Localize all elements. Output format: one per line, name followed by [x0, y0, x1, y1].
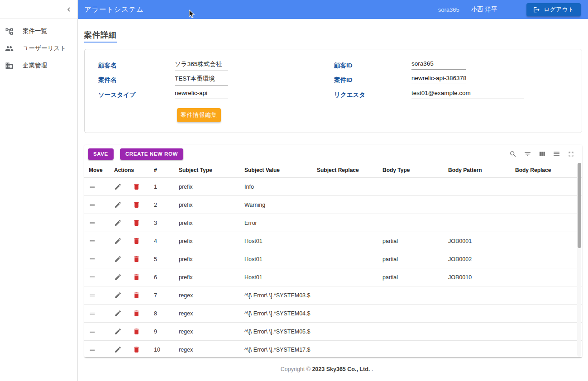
row-number: 1 — [154, 184, 179, 190]
field-label-source-type: ソースタイプ — [98, 91, 136, 99]
move-cell — [89, 238, 110, 245]
edit-icon[interactable] — [114, 291, 122, 299]
drag-handle-icon[interactable] — [89, 310, 110, 317]
density-icon[interactable] — [553, 150, 560, 158]
customer-name-field[interactable]: ソラ365株式会社 — [175, 60, 228, 71]
field-label-case-name: 案件名 — [98, 76, 117, 84]
user-name: 小西 洋平 — [471, 5, 497, 14]
drag-handle-icon[interactable] — [89, 346, 110, 353]
subject-type-cell: regex — [179, 310, 244, 317]
delete-icon[interactable] — [133, 310, 140, 317]
fullscreen-icon[interactable] — [567, 150, 575, 158]
subject-type-cell: prefix — [179, 202, 244, 208]
subject-value-cell: ^\[\ Error\ \].*SYSTEM04.$ — [244, 310, 317, 317]
delete-icon[interactable] — [133, 255, 140, 263]
table-row: 4 prefix Host01 partial JOB0001 — [84, 232, 582, 250]
drag-handle-icon[interactable] — [89, 292, 110, 299]
column-header: Body Replace — [515, 167, 573, 173]
save-button[interactable]: SAVE — [88, 148, 114, 160]
sidebar-header — [0, 0, 77, 19]
table-row: 1 prefix Info — [84, 178, 582, 196]
subject-value-cell: Host01 — [244, 256, 317, 262]
table-row: 7 regex ^\[\ Error\ \].*SYSTEM03.$ — [84, 286, 582, 305]
column-header: Move — [89, 167, 110, 173]
column-header: Subject Type — [179, 167, 244, 173]
drag-handle-icon[interactable] — [89, 219, 110, 227]
case-id-field[interactable]: newrelic-api-3863784 — [411, 75, 466, 84]
sidebar-item-label: 案件一覧 — [23, 27, 47, 35]
drag-handle-icon[interactable] — [89, 274, 110, 281]
scrollbar-thumb[interactable] — [578, 163, 581, 248]
table-scrollbar[interactable] — [577, 163, 581, 357]
source-type-field[interactable]: newrelic-api — [175, 90, 228, 99]
actions-cell — [110, 237, 154, 245]
row-number: 7 — [154, 292, 179, 299]
logout-button[interactable]: ログアウト — [526, 3, 581, 16]
footer: Copyright © 2023 Sky365 Co., Ltd. . — [78, 366, 576, 372]
sidebar: 案件一覧 ユーザーリスト 企業管理 — [0, 0, 78, 381]
subject-value-cell: Host01 — [244, 274, 317, 281]
delete-icon[interactable] — [133, 183, 140, 190]
subject-value-cell: Error — [244, 220, 317, 226]
drag-handle-icon[interactable] — [89, 183, 110, 190]
chevron-left-icon[interactable] — [64, 5, 74, 14]
sidebar-item-user-list[interactable]: ユーザーリスト — [0, 40, 77, 57]
row-number: 3 — [154, 220, 179, 226]
main-content: 案件詳細 顧客名 ソラ365株式会社 案件名 TEST本番環境 ソースタイプ n… — [78, 19, 588, 381]
delete-icon[interactable] — [133, 201, 140, 209]
actions-cell — [110, 201, 154, 209]
app-window: 案件一覧 ユーザーリスト 企業管理 アラートシステム sora365 小西 洋平 — [0, 0, 588, 381]
edit-icon[interactable] — [114, 328, 122, 335]
customer-id-field[interactable]: sora365 — [411, 60, 466, 70]
logout-icon — [533, 6, 540, 13]
actions-cell — [110, 291, 154, 299]
actions-cell — [110, 255, 154, 263]
field-label-requester: リクエスタ — [334, 91, 365, 99]
delete-icon[interactable] — [133, 291, 140, 299]
edit-case-info-button[interactable]: 案件情報編集 — [177, 108, 221, 122]
drag-handle-icon[interactable] — [89, 238, 110, 245]
case-name-field[interactable]: TEST本番環境 — [175, 75, 228, 86]
table-body: 1 prefix Info 2 prefix Warning — [84, 178, 582, 357]
delete-icon[interactable] — [133, 273, 140, 281]
table-row: 5 prefix Host01 partial JOB0002 — [84, 250, 582, 268]
edit-icon[interactable] — [114, 346, 122, 353]
search-icon[interactable] — [509, 150, 517, 158]
filter-icon[interactable] — [524, 150, 531, 158]
drag-handle-icon[interactable] — [89, 256, 110, 263]
row-number: 10 — [154, 347, 179, 353]
move-cell — [89, 292, 110, 299]
table-row: 8 regex ^\[\ Error\ \].*SYSTEM04.$ — [84, 305, 582, 323]
row-number: 5 — [154, 256, 179, 262]
view-columns-icon[interactable] — [538, 150, 546, 158]
column-header: Actions — [110, 167, 154, 173]
copyright-prefix: Copyright © — [281, 366, 312, 372]
edit-icon[interactable] — [114, 237, 122, 245]
field-label-customer-name: 顧客名 — [98, 62, 117, 70]
table-toolbar-icons — [509, 150, 575, 158]
row-number: 4 — [154, 238, 179, 244]
create-new-row-button[interactable]: CREATE NEW ROW — [120, 148, 183, 160]
table-row: 2 prefix Warning — [84, 196, 582, 214]
edit-icon[interactable] — [114, 201, 122, 209]
requester-field[interactable]: test01@example.com — [411, 90, 524, 99]
subject-value-cell: ^\[\ Error\ \].*SYSTEM05.$ — [244, 329, 317, 335]
sidebar-item-case-list[interactable]: 案件一覧 — [0, 23, 77, 40]
delete-icon[interactable] — [133, 219, 140, 227]
delete-icon[interactable] — [133, 328, 140, 335]
column-header: Body Pattern — [448, 167, 515, 173]
edit-icon[interactable] — [114, 183, 122, 190]
edit-icon[interactable] — [114, 273, 122, 281]
body-type-cell: partial — [382, 274, 448, 281]
drag-handle-icon[interactable] — [89, 201, 110, 209]
row-number: 8 — [154, 310, 179, 317]
drag-handle-icon[interactable] — [89, 328, 110, 335]
table-header-row: Move Actions # Subject Type Subject Valu… — [84, 163, 582, 178]
edit-icon[interactable] — [114, 255, 122, 263]
delete-icon[interactable] — [133, 346, 140, 353]
edit-icon[interactable] — [114, 219, 122, 227]
delete-icon[interactable] — [133, 237, 140, 245]
appbar: アラートシステム sora365 小西 洋平 ログアウト — [78, 0, 588, 19]
sidebar-item-company-mgmt[interactable]: 企業管理 — [0, 57, 77, 74]
edit-icon[interactable] — [114, 310, 122, 317]
